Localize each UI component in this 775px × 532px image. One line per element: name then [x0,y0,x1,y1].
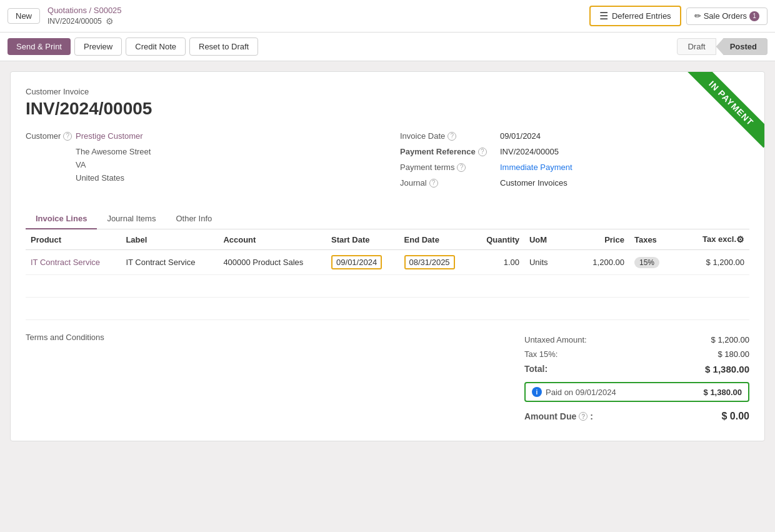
journal-help-icon[interactable]: ? [429,179,438,188]
sale-orders-badge: 1 [749,11,759,21]
customer-name[interactable]: Prestige Customer [76,131,143,141]
invoice-date-value: 09/01/2024 [500,131,541,141]
terms-section: Terms and Conditions [26,333,512,426]
breadcrumb: Quotations / S00025 [48,6,122,15]
settings-icon[interactable]: ⚙ [736,234,744,244]
top-bar-right: ☰ Deferred Entries ✏ Sale Orders 1 [589,6,768,26]
menu-icon: ☰ [599,10,608,22]
col-header-end-date: End Date [399,229,472,250]
customer-help-icon[interactable]: ? [63,132,72,141]
amount-due-row: Amount Due ? : $ 0.00 [524,407,749,426]
journal-value: Customer Invoices [500,178,568,188]
cell-quantity: 1.00 [472,250,524,275]
paid-label: Paid on 09/01/2024 [546,388,616,397]
cell-start-date: 09/01/2024 [326,250,399,275]
col-header-price: Price [569,229,629,250]
amount-due-help-icon[interactable]: ? [579,412,588,421]
invoice-ref: INV/2024/00005 ⚙ [48,16,122,26]
pencil-icon: ✏ [694,11,701,21]
tax-tag: 15% [634,257,659,268]
amount-due-label: Amount Due ? : [524,411,593,422]
breadcrumb-child[interactable]: S00025 [94,6,122,15]
total-value: $ 1,380.00 [705,364,749,374]
tax-label: Tax 15%: [524,349,558,359]
col-header-product: Product [26,229,121,250]
reset-draft-button[interactable]: Reset to Draft [189,38,258,56]
info-icon: i [532,387,542,397]
empty-row-2 [26,298,749,320]
start-date-value: 09/01/2024 [331,255,382,269]
breadcrumb-parent[interactable]: Quotations [48,6,87,15]
payment-ref-help-icon[interactable]: ? [478,148,487,156]
cell-label: IT Contract Service [121,250,218,275]
invoice-table: Product Label Account Start Date End Dat… [26,229,749,320]
sale-orders-button[interactable]: ✏ Sale Orders 1 [686,8,768,25]
tabs-bar: Invoice Lines Journal Items Other Info [26,209,749,229]
customer-address: The Awesome Street VA United States [76,146,375,184]
untaxed-value: $ 1,200.00 [711,335,749,344]
customer-field-row: Customer ? Prestige Customer [26,131,375,141]
product-link[interactable]: IT Contract Service [31,258,100,267]
col-header-uom: UoM [524,229,569,250]
cell-product: IT Contract Service [26,250,121,275]
col-header-taxes: Taxes [629,229,682,250]
col-header-account: Account [218,229,326,250]
total-label: Total: [524,364,548,374]
invoice-card: IN PAYMENT Customer Invoice INV/2024/000… [10,71,765,441]
tab-other-info[interactable]: Other Info [166,209,222,229]
cell-taxes: 15% [629,250,682,275]
payment-terms-row: Payment terms ? Immediate Payment [400,163,749,172]
paid-row-left: i Paid on 09/01/2024 [532,387,616,397]
paid-row: i Paid on 09/01/2024 $ 1,380.00 [524,382,749,402]
preview-button[interactable]: Preview [74,38,122,56]
payment-ref-row: Payment Reference ? INV/2024/00005 [400,147,749,156]
sale-orders-label: Sale Orders [704,11,747,21]
cell-tax-excl: $ 1,200.00 [682,250,749,275]
cell-uom: Units [524,250,569,275]
address-line3: United States [76,172,375,185]
status-posted: Posted [716,38,768,55]
empty-row-1 [26,275,749,298]
invoice-date-help-icon[interactable]: ? [448,132,456,141]
payment-terms-value[interactable]: Immediate Payment [500,163,572,172]
address-line2: VA [76,159,375,172]
untaxed-row: Untaxed Amount: $ 1,200.00 [524,333,749,347]
invoice-ref-number: INV/2024/00005 [48,17,102,26]
invoice-right: Invoice Date ? 09/01/2024 Payment Refere… [400,131,749,194]
credit-note-button[interactable]: Credit Note [126,38,186,56]
tab-invoice-lines[interactable]: Invoice Lines [26,209,97,229]
payment-terms-label: Payment terms ? [400,163,500,172]
end-date-value: 08/31/2025 [404,255,455,269]
journal-row: Journal ? Customer Invoices [400,178,749,188]
payment-ref-value: INV/2024/00005 [500,147,559,156]
journal-label: Journal ? [400,178,500,188]
customer-label: Customer ? [26,131,76,141]
gear-icon[interactable]: ⚙ [106,16,114,26]
main-content: IN PAYMENT Customer Invoice INV/2024/000… [0,61,775,451]
deferred-entries-label: Deferred Entries [612,11,671,21]
invoice-type: Customer Invoice [26,87,749,96]
cell-account: 400000 Product Sales [218,250,326,275]
status-bar: Draft Posted [677,38,768,55]
col-header-tax-excl: Tax excl. ⚙ [682,229,749,250]
bottom-section: Terms and Conditions Untaxed Amount: $ 1… [26,333,749,426]
paid-value: $ 1,380.00 [704,388,742,397]
cell-end-date: 08/31/2025 [399,250,472,275]
payment-terms-help-icon[interactable]: ? [457,163,466,172]
tab-journal-items[interactable]: Journal Items [97,209,166,229]
totals-section: Untaxed Amount: $ 1,200.00 Tax 15%: $ 18… [524,333,749,426]
action-bar: Send & Print Preview Credit Note Reset t… [0,33,775,61]
total-row: Total: $ 1,380.00 [524,361,749,377]
new-button[interactable]: New [8,8,40,24]
cell-price: 1,200.00 [569,250,629,275]
breadcrumb-sep: / [89,6,94,15]
untaxed-label: Untaxed Amount: [524,335,587,344]
col-header-quantity: Quantity [472,229,524,250]
invoice-number: INV/2024/00005 [26,99,749,119]
send-print-button[interactable]: Send & Print [8,38,71,55]
deferred-entries-button[interactable]: ☰ Deferred Entries [589,6,681,26]
tax-row: Tax 15%: $ 180.00 [524,347,749,361]
status-draft: Draft [677,38,716,55]
address-line1: The Awesome Street [76,146,375,159]
col-header-start-date: Start Date [326,229,399,250]
